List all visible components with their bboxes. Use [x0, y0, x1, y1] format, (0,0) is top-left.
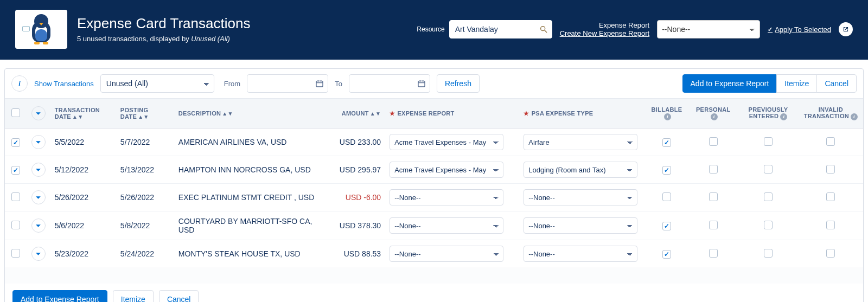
personal-checkbox[interactable] — [709, 221, 718, 229]
cell-posting-date: 5/8/2022 — [116, 211, 174, 240]
table-row: 5/6/20225/8/2022COURTYARD BY MARRIOTT-SF… — [5, 211, 863, 240]
col-expense-report[interactable]: ★EXPENSE REPORT — [385, 99, 519, 128]
cell-amount: USD 88.53 — [333, 240, 385, 268]
col-posting-date[interactable]: POSTING DATE▲▼ — [116, 99, 174, 128]
cell-transaction-date: 5/23/2022 — [50, 240, 116, 268]
previously-entered-checkbox[interactable] — [764, 221, 773, 229]
refresh-button[interactable]: Refresh — [437, 74, 480, 93]
col-psa-expense-type[interactable]: ★PSA EXPENSE TYPE — [519, 99, 645, 128]
cell-amount: USD 378.30 — [333, 211, 385, 240]
billable-checkbox[interactable] — [662, 192, 671, 201]
cancel-button-top[interactable]: Cancel — [816, 74, 857, 93]
select-all-checkbox[interactable] — [11, 108, 20, 117]
svg-line-1 — [545, 30, 547, 33]
cancel-button-bottom[interactable]: Cancel — [159, 290, 199, 302]
expense-report-select-row[interactable]: --None-- — [390, 246, 503, 262]
itemize-button-bottom[interactable]: Itemize — [113, 290, 154, 302]
cell-description: COURTYARD BY MARRIOTT-SFO CA, USD — [174, 211, 334, 240]
cell-amount: USD -6.00 — [333, 184, 385, 211]
svg-rect-6 — [418, 81, 425, 87]
row-checkbox[interactable] — [11, 249, 20, 258]
create-expense-report-link[interactable]: Create New Expense Report — [560, 29, 649, 37]
expense-report-select-row[interactable]: --None-- — [390, 217, 503, 234]
row-expand-toggle[interactable] — [31, 190, 46, 204]
previously-entered-checkbox[interactable] — [764, 137, 773, 146]
personal-checkbox[interactable] — [709, 249, 718, 258]
invalid-transaction-checkbox[interactable] — [826, 192, 835, 201]
col-transaction-date[interactable]: TRANSACTION DATE▲▼ — [50, 99, 116, 128]
col-amount[interactable]: AMOUNT▲▼ — [333, 99, 385, 128]
table-header: TRANSACTION DATE▲▼ POSTING DATE▲▼ DESCRI… — [5, 99, 863, 128]
row-checkbox[interactable] — [11, 138, 20, 147]
table-row: 5/23/20225/24/2022MONTY'S STEAK HOUSE TX… — [5, 240, 863, 268]
billable-checkbox[interactable] — [662, 166, 671, 175]
row-checkbox[interactable] — [11, 192, 20, 201]
previously-entered-checkbox[interactable] — [764, 249, 773, 258]
cell-amount: USD 295.97 — [333, 156, 385, 184]
expense-report-select-row[interactable]: Acme Travel Expenses - May — [390, 134, 503, 150]
cell-posting-date: 5/24/2022 — [116, 240, 174, 268]
add-to-report-button-bottom[interactable]: Add to Expense Report — [12, 290, 107, 302]
resource-field: Resource — [417, 20, 552, 38]
psa-expense-type-select-row[interactable]: Airfare — [524, 134, 637, 150]
apply-to-selected-link[interactable]: Apply To Selected — [768, 25, 831, 34]
itemize-button-top[interactable]: Itemize — [776, 74, 817, 93]
col-description[interactable]: DESCRIPTION▲▼ — [174, 99, 334, 128]
expense-report-select-row[interactable]: Acme Travel Expenses - May — [390, 162, 503, 178]
to-label: To — [335, 80, 342, 88]
personal-checkbox[interactable] — [709, 165, 718, 174]
cell-posting-date: 5/26/2022 — [116, 184, 174, 211]
row-checkbox[interactable] — [11, 166, 20, 175]
popout-icon[interactable] — [839, 22, 853, 36]
invalid-transaction-checkbox[interactable] — [826, 165, 835, 174]
row-expand-toggle[interactable] — [31, 219, 46, 233]
cell-posting-date: 5/13/2022 — [116, 156, 174, 184]
calendar-icon[interactable] — [417, 79, 426, 88]
row-checkbox[interactable] — [11, 221, 20, 229]
search-icon[interactable] — [539, 25, 548, 34]
cell-transaction-date: 5/5/2022 — [50, 128, 116, 156]
col-previously-entered[interactable]: PREVIOUSLY ENTEREDi — [738, 99, 798, 128]
calendar-icon[interactable] — [315, 79, 324, 88]
previously-entered-checkbox[interactable] — [764, 165, 773, 174]
row-expand-toggle[interactable] — [31, 135, 46, 149]
app-icon — [15, 10, 67, 49]
table-row: 5/12/20225/13/2022HAMPTON INN NORCROSS G… — [5, 156, 863, 184]
cell-description: MONTY'S STEAK HOUSE TX, USD — [174, 240, 334, 268]
add-to-report-button-top[interactable]: Add to Expense Report — [682, 74, 777, 93]
expense-report-labels: Expense Report Create New Expense Report — [560, 21, 649, 37]
personal-checkbox[interactable] — [709, 192, 718, 201]
col-billable[interactable]: BILLABLEi — [645, 99, 688, 128]
expense-report-label: Expense Report — [560, 21, 649, 29]
psa-expense-type-select-row[interactable]: --None-- — [524, 189, 637, 205]
psa-expense-type-select-row[interactable]: Lodging (Room and Tax) — [524, 162, 637, 178]
billable-checkbox[interactable] — [662, 138, 671, 147]
row-expand-toggle[interactable] — [31, 247, 46, 261]
expense-report-select[interactable]: --None-- — [657, 20, 760, 38]
psa-expense-type-select-row[interactable]: --None-- — [524, 217, 637, 234]
invalid-transaction-checkbox[interactable] — [826, 249, 835, 258]
col-invalid-transaction[interactable]: INVALID TRANSACTIONi — [799, 99, 863, 128]
svg-point-0 — [540, 27, 545, 31]
cell-description: EXEC PLATINUM STMT CREDIT , USD — [174, 184, 334, 211]
cell-transaction-date: 5/12/2022 — [50, 156, 116, 184]
info-icon[interactable]: i — [11, 75, 28, 92]
resource-label: Resource — [417, 25, 444, 33]
psa-expense-type-select-row[interactable]: --None-- — [524, 246, 637, 262]
previously-entered-checkbox[interactable] — [764, 192, 773, 201]
resource-input[interactable] — [449, 20, 552, 38]
invalid-transaction-checkbox[interactable] — [826, 137, 835, 146]
personal-checkbox[interactable] — [709, 137, 718, 146]
show-transactions-select[interactable]: Unused (All) — [100, 74, 214, 93]
expand-all-toggle[interactable] — [31, 106, 46, 120]
cell-description: AMERICAN AIRLINES VA, USD — [174, 128, 334, 156]
billable-checkbox[interactable] — [662, 250, 671, 259]
expense-report-select-row[interactable]: --None-- — [390, 189, 503, 205]
col-personal[interactable]: PERSONALi — [688, 99, 738, 128]
table-row: 5/5/20225/7/2022AMERICAN AIRLINES VA, US… — [5, 128, 863, 156]
page-header: Expense Card Transactions 5 unused trans… — [0, 0, 868, 60]
row-expand-toggle[interactable] — [31, 163, 46, 177]
invalid-transaction-checkbox[interactable] — [826, 221, 835, 229]
billable-checkbox[interactable] — [662, 222, 671, 230]
page-title: Expense Card Transactions — [77, 16, 250, 31]
